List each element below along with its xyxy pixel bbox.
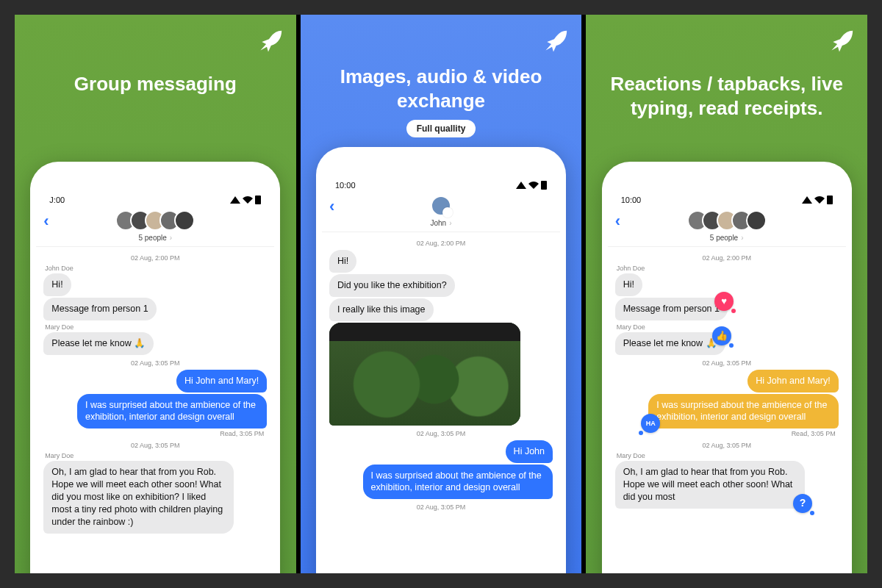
battery-icon <box>827 196 833 204</box>
chevron-right-icon: › <box>741 234 743 242</box>
timestamp: 02 Aug, 3:05 PM <box>43 359 267 367</box>
incoming-bubble[interactable]: Oh, I am glad to hear that from you Rob.… <box>615 461 805 509</box>
sender-label: Mary Doe <box>617 452 837 459</box>
read-receipt: Read, 3:05 PM <box>46 430 264 437</box>
haha-reaction-icon[interactable]: HA <box>641 414 660 433</box>
promo-panel-2: Images, audio & video exchange Full qual… <box>301 15 582 573</box>
signal-icon <box>802 196 812 204</box>
svg-rect-0 <box>255 196 261 204</box>
q-reaction-icon[interactable]: ? <box>793 494 812 513</box>
status-time: 10:00 <box>335 181 356 190</box>
avatar <box>746 210 767 231</box>
outgoing-bubble[interactable]: I was surprised about the ambience of th… <box>363 465 553 500</box>
status-icons <box>230 196 261 204</box>
message-row[interactable] <box>329 323 553 426</box>
sender-label: Mary Doe <box>45 323 265 331</box>
message-row[interactable]: Oh, I am glad to hear that from you Rob.… <box>615 461 839 509</box>
incoming-bubble[interactable]: Message from person 1♥ <box>615 298 728 320</box>
sender-label: John Doe <box>45 265 265 272</box>
status-icons <box>516 181 547 190</box>
svg-rect-1 <box>541 181 547 190</box>
back-button[interactable]: ‹ <box>329 197 334 216</box>
apple-badge-icon <box>442 207 453 218</box>
message-list[interactable]: 02 Aug, 2:00 PMJohn DoeHi!Message from p… <box>36 247 274 573</box>
chat-header: ‹ 5 people› <box>36 207 274 247</box>
message-row[interactable]: Please let me know 🙏 <box>43 332 267 355</box>
chat-title[interactable]: John› <box>430 219 451 227</box>
message-row[interactable]: Did you like the exhibition? <box>329 274 553 297</box>
message-row[interactable]: Hi! <box>329 250 553 273</box>
status-bar: J:00 <box>36 168 274 207</box>
hummingbird-icon <box>251 26 284 60</box>
status-icons <box>802 196 833 204</box>
signal-icon <box>230 196 240 204</box>
image-attachment[interactable] <box>329 323 520 426</box>
sender-label: John Doe <box>617 265 837 272</box>
battery-icon <box>541 181 547 190</box>
chat-title[interactable]: 5 people› <box>138 234 172 242</box>
chevron-right-icon: › <box>449 219 451 227</box>
message-list[interactable]: 02 Aug, 2:00 PMHi!Did you like the exhib… <box>322 232 560 573</box>
timestamp: 02 Aug, 3:05 PM <box>615 359 839 367</box>
wifi-icon <box>243 196 253 204</box>
outgoing-bubble[interactable]: Hi John and Mary! <box>176 370 267 392</box>
incoming-bubble[interactable]: Message from person 1 <box>43 298 156 320</box>
quality-pill: Full quallity <box>406 120 476 137</box>
timestamp: 02 Aug, 3:05 PM <box>615 442 839 449</box>
chat-header: ‹ John› <box>322 193 560 232</box>
incoming-bubble[interactable]: Oh, I am glad to hear that from you Rob.… <box>43 461 233 533</box>
heart-reaction-icon[interactable]: ♥ <box>714 292 734 311</box>
incoming-bubble[interactable]: Did you like the exhibition? <box>329 274 455 297</box>
outgoing-bubble[interactable]: Hi John <box>506 440 553 463</box>
timestamp: 02 Aug, 3:05 PM <box>329 430 553 437</box>
timestamp: 02 Aug, 2:00 PM <box>43 254 267 262</box>
outgoing-bubble[interactable]: I was surprised about the ambience of th… <box>648 394 838 429</box>
message-row[interactable]: I really like this image <box>329 298 553 321</box>
message-row[interactable]: Hi John <box>329 440 553 463</box>
chat-header: ‹ 5 people› <box>608 207 846 247</box>
message-list[interactable]: 02 Aug, 2:00 PMJohn DoeHi!Message from p… <box>608 247 846 573</box>
incoming-bubble[interactable]: Please let me know 🙏👍 <box>615 332 725 355</box>
message-row[interactable]: Please let me know 🙏👍 <box>615 332 839 355</box>
svg-rect-2 <box>827 196 833 204</box>
message-row[interactable]: Hi! <box>43 273 267 296</box>
hummingbird-icon <box>822 26 856 60</box>
signal-icon <box>516 182 526 189</box>
status-bar: 10:00 <box>608 168 846 207</box>
wifi-icon <box>814 196 825 204</box>
wifi-icon <box>528 182 539 189</box>
message-row[interactable]: I was surprised about the ambience of th… <box>329 465 553 500</box>
message-row[interactable]: Hi John and Mary! <box>43 370 267 392</box>
status-bar: 10:00 <box>322 153 560 193</box>
outgoing-bubble[interactable]: Hi John and Mary! <box>747 370 838 392</box>
incoming-bubble[interactable]: Hi! <box>615 273 642 296</box>
message-row[interactable]: I was surprised about the ambience of th… <box>615 394 839 429</box>
phone-mock: J:00 ‹ <box>30 162 280 573</box>
screenshot-gallery: Group messaging J:00 ‹ <box>15 15 867 573</box>
status-time: 10:00 <box>621 196 642 204</box>
message-row[interactable]: I was surprised about the ambience of th… <box>43 394 267 429</box>
chevron-right-icon: › <box>170 234 172 242</box>
message-row[interactable]: Hi John and Mary! <box>615 370 839 392</box>
incoming-bubble[interactable]: Please let me know 🙏 <box>43 332 154 355</box>
outgoing-bubble[interactable]: I was surprised about the ambience of th… <box>77 394 267 429</box>
avatar <box>431 196 451 216</box>
message-row[interactable]: Message from person 1 <box>43 298 267 320</box>
avatar <box>174 210 195 231</box>
message-row[interactable]: Message from person 1♥ <box>615 298 839 320</box>
avatar-stack[interactable] <box>687 210 767 231</box>
back-button[interactable]: ‹ <box>43 212 49 231</box>
promo-panel-1: Group messaging J:00 ‹ <box>15 15 296 573</box>
avatar-stack[interactable] <box>115 210 195 231</box>
avatar-stack[interactable] <box>431 196 451 216</box>
incoming-bubble[interactable]: Hi! <box>43 273 71 296</box>
incoming-bubble[interactable]: I really like this image <box>329 298 434 321</box>
timestamp: 02 Aug, 3:05 PM <box>43 442 267 449</box>
thumb-reaction-icon[interactable]: 👍 <box>712 326 731 345</box>
back-button[interactable]: ‹ <box>615 212 620 231</box>
hummingbird-icon <box>536 26 570 60</box>
chat-title[interactable]: 5 people› <box>710 234 744 242</box>
phone-mock: 10:00 ‹ <box>602 162 852 573</box>
message-row[interactable]: Oh, I am glad to hear that from you Rob.… <box>43 461 267 533</box>
incoming-bubble[interactable]: Hi! <box>329 250 356 273</box>
